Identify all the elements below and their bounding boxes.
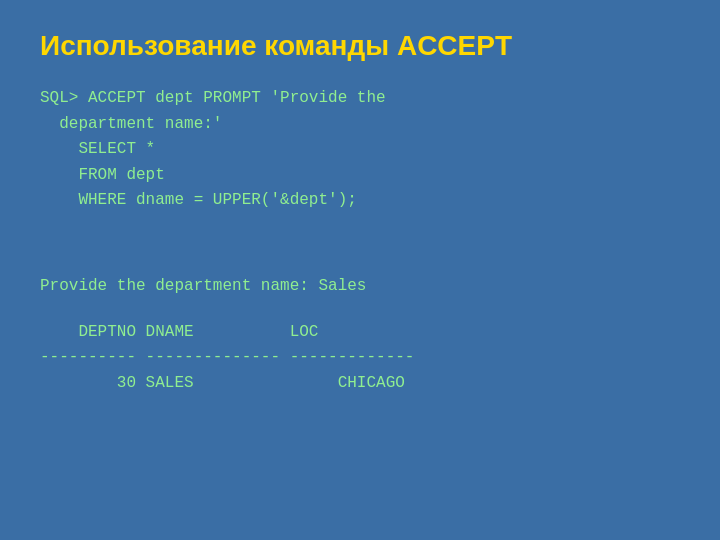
output-separator: ---------- -------------- ------------- xyxy=(40,345,680,371)
code-line-1: SQL> ACCEPT dept PROMPT 'Provide the xyxy=(40,86,680,112)
spacer2 xyxy=(40,300,680,320)
output-block: Provide the department name: Sales DEPTN… xyxy=(40,274,680,396)
code-line-5: WHERE dname = UPPER('&dept'); xyxy=(40,188,680,214)
spacer xyxy=(40,244,680,264)
output-header: DEPTNO DNAME LOC xyxy=(40,320,680,346)
slide: Использование команды ACCEPT SQL> ACCEPT… xyxy=(0,0,720,540)
code-block: SQL> ACCEPT dept PROMPT 'Provide the dep… xyxy=(40,86,680,214)
code-line-4: FROM dept xyxy=(40,163,680,189)
code-line-2: department name:' xyxy=(40,112,680,138)
output-data-row: 30 SALES CHICAGO xyxy=(40,371,680,397)
content-area: SQL> ACCEPT dept PROMPT 'Provide the dep… xyxy=(40,86,680,396)
code-line-3: SELECT * xyxy=(40,137,680,163)
output-prompt: Provide the department name: Sales xyxy=(40,274,680,300)
slide-title: Использование команды ACCEPT xyxy=(40,30,680,62)
